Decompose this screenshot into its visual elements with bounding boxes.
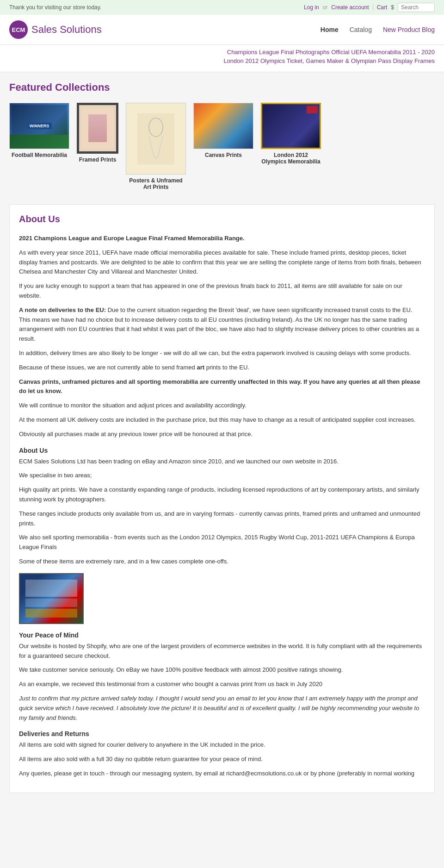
about-para3: In addition, delivery times are also lik… (19, 349, 425, 358)
about-section: About Us 2021 Champions League and Europ… (9, 204, 435, 793)
about-para14: Our website is hosted by Shopify, who ar… (19, 642, 425, 661)
about-para19: Any queries, please get in touch - throu… (19, 769, 425, 779)
about-para16: As an example, we recieved this testimon… (19, 680, 425, 689)
banner-link-2[interactable]: London 2012 Olympics Ticket, Games Maker… (9, 57, 435, 64)
nav-links: Home Catalog New Product Blog (321, 26, 435, 33)
collections-grid: WINNERS Football Memorabilia Framed Prin… (9, 103, 435, 190)
collection-london[interactable]: London 2012 Olympics Memorabilia (261, 103, 321, 165)
cart-link[interactable]: Cart (373, 4, 388, 11)
about-para10: High quality art prints. We have a const… (19, 485, 425, 505)
eu-note-label: A note on deliveries to the EU: (19, 306, 106, 313)
banner-links: Champions League Final Photographs Offic… (0, 45, 444, 72)
thank-you-message: Thank you for visiting our store today. (9, 4, 101, 11)
about-eu-note: A note on deliveries to the EU: Due to t… (19, 306, 425, 344)
separator: or (323, 4, 328, 11)
about-para7: Obviously all purchases made at any prev… (19, 430, 425, 439)
about-headline: 2021 Champions League and Europe League … (19, 234, 425, 244)
about-para12: We also sell sporting memorabilia - from… (19, 533, 425, 552)
about-para15: We take customer service seriously. On e… (19, 665, 425, 675)
logo: ECM Sales Solutions (9, 20, 102, 39)
collection-posters-label: Posters & Unframed Art Prints (126, 177, 186, 190)
about-para17: All items are sold with signed for couri… (19, 740, 425, 750)
featured-title: Featured Collections (9, 81, 435, 95)
main-content: Featured Collections WINNERS Football Me… (0, 72, 444, 802)
top-bar: Thank you for visiting our store today. … (0, 0, 444, 15)
collection-posters[interactable]: Posters & Unframed Art Prints (126, 103, 186, 190)
about-us-subtitle: About Us (19, 447, 425, 454)
about-para5: We will continue to monitor the situatio… (19, 401, 425, 411)
about-para2: If you are lucky enough to support a tea… (19, 281, 425, 301)
about-para9: We specialise in two areas; (19, 471, 425, 481)
collection-canvas-label: Canvas Prints (193, 152, 253, 158)
about-para18: All items are also sold with a full 30 d… (19, 755, 425, 764)
collection-football[interactable]: WINNERS Football Memorabilia (9, 103, 69, 158)
peace-title: Your Peace of Mind (19, 631, 425, 639)
collection-canvas[interactable]: Canvas Prints (193, 103, 253, 158)
collection-london-label: London 2012 Olympics Memorabilia (261, 152, 321, 165)
about-para13: Some of these items are extremely rare, … (19, 557, 425, 567)
about-para1: As with every year since 2011, UEFA have… (19, 248, 425, 277)
logo-name: Sales Solutions (31, 24, 102, 36)
about-para8: ECM Sales Solutions Ltd has been trading… (19, 457, 425, 467)
about-bold-note: Canvas prints, unframed pictures and all… (19, 377, 425, 397)
collection-football-label: Football Memorabilia (9, 152, 69, 158)
nav-catalog[interactable]: Catalog (350, 26, 372, 33)
logo-icon: ECM (9, 20, 28, 39)
product-image (19, 573, 84, 624)
svg-point-0 (149, 118, 163, 137)
collection-framed[interactable]: Framed Prints (77, 103, 118, 163)
login-link[interactable]: Log in (304, 4, 319, 11)
about-title: About Us (19, 214, 425, 226)
main-nav: ECM Sales Solutions Home Catalog New Pro… (0, 15, 444, 45)
nav-home[interactable]: Home (321, 26, 339, 33)
top-bar-right: Log in or Create account Cart $ (304, 3, 435, 12)
about-testimonial: Just to confirm that my picture arrived … (19, 694, 425, 723)
deliveries-title: Deliveries and Returns (19, 730, 425, 737)
nav-blog[interactable]: New Product Blog (383, 26, 435, 33)
currency-symbol: $ (391, 4, 394, 11)
banner-link-1[interactable]: Champions League Final Photographs Offic… (9, 49, 435, 56)
about-para11: These ranges include products only avail… (19, 509, 425, 529)
collection-framed-label: Framed Prints (77, 156, 118, 163)
create-account-link[interactable]: Create account (331, 4, 369, 11)
about-para6: At the moment all UK delivery costs are … (19, 415, 425, 425)
about-para4: Because of these issues, we are not curr… (19, 363, 425, 373)
search-input[interactable] (398, 3, 435, 12)
